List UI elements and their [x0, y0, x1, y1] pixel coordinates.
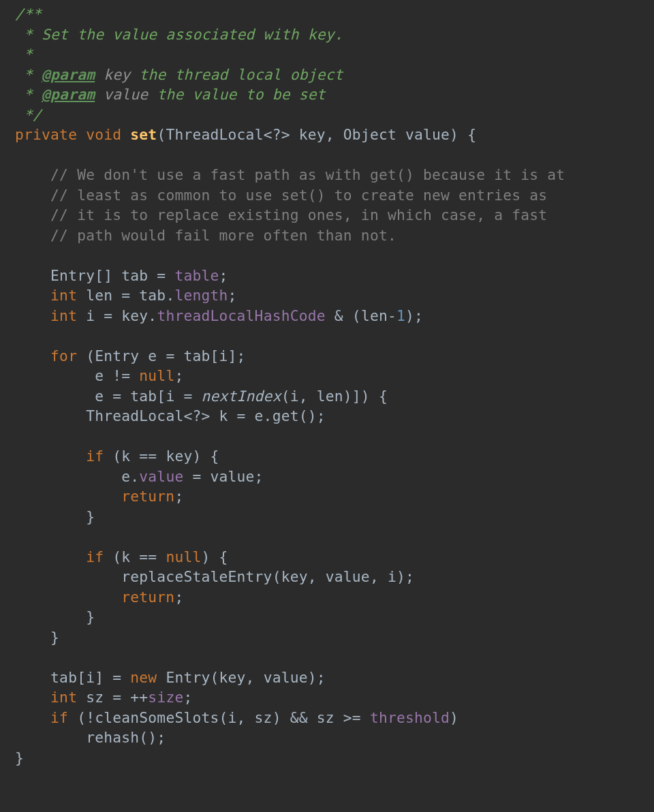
comment-line: // We don't use a fast path as with get(…: [50, 166, 565, 183]
field-ref: size: [148, 689, 183, 706]
javadoc-param-desc: the value to be set: [157, 86, 325, 103]
code-text: Entry[] tab =: [50, 267, 174, 284]
javadoc-open: /**: [15, 5, 42, 22]
keyword-return: return: [121, 488, 174, 505]
static-call: nextIndex: [201, 388, 281, 405]
number-literal: 1: [396, 307, 405, 324]
code-text: ThreadLocal<?> k = e.get();: [86, 407, 326, 424]
method-params: (ThreadLocal<?> key, Object value) {: [157, 126, 476, 143]
comment-line: // it is to replace existing ones, in wh…: [50, 206, 547, 223]
keyword-null: null: [166, 548, 201, 565]
brace-close: }: [86, 508, 95, 525]
keyword-if: if: [50, 709, 68, 726]
keyword-int: int: [50, 287, 77, 304]
keyword-null: null: [139, 367, 174, 384]
javadoc-param-name: key: [104, 66, 130, 83]
keyword-return: return: [121, 589, 174, 606]
javadoc-param-desc: the thread local object: [139, 66, 343, 83]
javadoc-star: *: [15, 66, 42, 83]
keyword-void: void: [86, 126, 121, 143]
keyword-if: if: [86, 548, 104, 565]
javadoc-param-name: value: [104, 86, 148, 103]
field-ref: value: [139, 468, 183, 485]
brace-close: }: [50, 629, 59, 646]
code-editor[interactable]: /** * Set the value associated with key.…: [0, 0, 654, 768]
brace-close: }: [86, 608, 95, 625]
keyword-int: int: [50, 307, 77, 324]
brace-close: }: [15, 749, 24, 766]
field-ref: threshold: [370, 709, 450, 726]
keyword-for: for: [50, 347, 77, 364]
method-name: set: [130, 126, 157, 143]
javadoc-close: */: [15, 106, 42, 123]
keyword-private: private: [15, 126, 77, 143]
comment-line: // least as common to use set() to creat…: [50, 187, 547, 204]
javadoc-blank: *: [15, 46, 33, 63]
code-text: rehash();: [86, 729, 166, 746]
keyword-new: new: [130, 669, 157, 686]
field-ref: table: [174, 267, 219, 284]
javadoc-star: *: [15, 86, 42, 103]
javadoc-line: * Set the value associated with key.: [15, 26, 343, 43]
javadoc-tag: @param: [42, 66, 95, 83]
field-ref: length: [174, 287, 228, 304]
keyword-if: if: [86, 448, 104, 465]
code-text: replaceStaleEntry(key, value, i);: [121, 568, 414, 585]
comment-line: // path would fail more often than not.: [50, 227, 396, 244]
field-ref: threadLocalHashCode: [157, 307, 325, 324]
keyword-int: int: [50, 689, 77, 706]
javadoc-tag: @param: [42, 86, 95, 103]
